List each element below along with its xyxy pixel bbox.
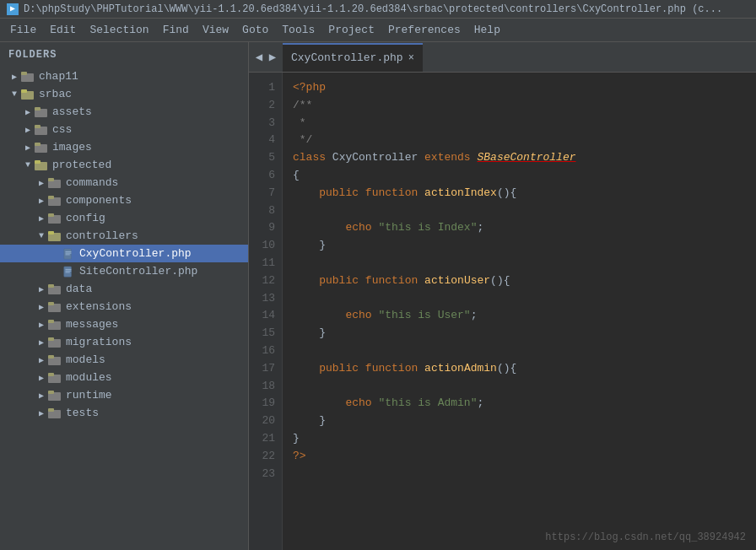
sidebar-item-protected[interactable]: ▼ protected	[0, 156, 248, 174]
tab-close-button[interactable]: ×	[408, 53, 414, 63]
tab-cxycontroller[interactable]: CxyController.php ×	[283, 43, 423, 72]
arrow-icon: ▶	[35, 319, 47, 331]
menu-selection[interactable]: Selection	[83, 20, 155, 40]
menu-view[interactable]: View	[196, 20, 235, 40]
menu-goto[interactable]: Goto	[235, 20, 275, 40]
arrow-icon: ▼	[22, 159, 34, 171]
sidebar-header: FOLDERS	[0, 42, 248, 67]
sidebar-item-modules[interactable]: ▶ modules	[0, 369, 248, 386]
nav-forward-arrow[interactable]: ▶	[266, 46, 279, 69]
arrow-icon: ▼	[8, 89, 20, 100]
sidebar-label-chap11: chap11	[39, 70, 78, 83]
folder-icon	[20, 89, 35, 100]
svg-rect-20	[64, 248, 72, 258]
nav-back-arrow[interactable]: ◀	[252, 46, 266, 69]
code-area[interactable]: 12345 678910 1112131415 1617181920 21222…	[249, 73, 756, 550]
svg-rect-1	[21, 72, 27, 75]
folder-icon	[20, 71, 35, 83]
menu-help[interactable]: Help	[467, 20, 507, 40]
sidebar-item-controllers[interactable]: ▼ controllers	[0, 227, 248, 245]
sidebar-item-runtime[interactable]: ▶ runtime	[0, 386, 248, 404]
sidebar-item-commands[interactable]: ▶ commands	[0, 174, 248, 191]
svg-rect-41	[48, 391, 54, 394]
svg-rect-33	[48, 320, 54, 323]
code-content: <?php /** * */ class CxyController exten…	[283, 73, 756, 550]
sidebar-item-models[interactable]: ▶ models	[0, 351, 248, 369]
folder-icon	[47, 372, 62, 384]
sidebar-label-protected: protected	[52, 159, 111, 171]
folder-icon	[47, 283, 62, 295]
sidebar-label-data: data	[66, 283, 92, 295]
svg-rect-43	[48, 408, 54, 412]
sidebar-item-css[interactable]: ▶ css	[0, 121, 248, 138]
sidebar-label-extensions: extensions	[66, 300, 132, 313]
sidebar-label-runtime: runtime	[66, 389, 112, 402]
editor-panel: ◀ ▶ CxyController.php × 12345 678910 111…	[249, 42, 756, 550]
arrow-icon: ▶	[22, 142, 34, 154]
sidebar-item-migrations[interactable]: ▶ migrations	[0, 333, 248, 351]
svg-rect-7	[35, 125, 40, 128]
folder-icon	[47, 195, 62, 207]
folder-icon	[47, 337, 62, 348]
svg-rect-19	[48, 231, 54, 235]
svg-rect-29	[48, 284, 54, 288]
arrow-icon: ▶	[35, 337, 47, 348]
svg-rect-13	[48, 178, 54, 181]
arrow-icon: ▶	[8, 71, 20, 83]
svg-rect-5	[35, 107, 40, 111]
tab-bar: ◀ ▶ CxyController.php ×	[249, 42, 756, 73]
sidebar-label-assets: assets	[52, 105, 92, 118]
sidebar-item-data[interactable]: ▶ data	[0, 280, 248, 298]
sidebar-item-sitecontroller[interactable]: ▶ SiteController.php	[0, 262, 248, 280]
menu-find[interactable]: Find	[156, 20, 196, 40]
svg-rect-9	[35, 143, 40, 146]
sidebar-item-images[interactable]: ▶ images	[0, 138, 248, 156]
arrow-icon: ▶	[22, 124, 34, 136]
sidebar-item-cxycontroller[interactable]: ▶ CxyController.php	[0, 245, 248, 262]
svg-rect-11	[35, 160, 40, 164]
svg-rect-17	[48, 213, 54, 217]
watermark: https://blog.csdn.net/qq_38924942	[545, 531, 746, 543]
sidebar-label-models: models	[66, 353, 105, 366]
folder-icon	[47, 230, 62, 242]
menu-preferences[interactable]: Preferences	[381, 20, 467, 40]
sidebar-item-messages[interactable]: ▶ messages	[0, 315, 248, 333]
arrow-icon: ▶	[35, 354, 47, 366]
sidebar-item-assets[interactable]: ▶ assets	[0, 103, 248, 121]
menu-tools[interactable]: Tools	[275, 20, 321, 40]
sidebar-item-srbac[interactable]: ▼ srbac	[0, 85, 248, 103]
svg-rect-15	[48, 196, 54, 199]
sidebar-item-components[interactable]: ▶ components	[0, 191, 248, 209]
menu-edit[interactable]: Edit	[43, 20, 83, 40]
sidebar-item-config[interactable]: ▶ config	[0, 209, 248, 227]
menu-file[interactable]: File	[3, 20, 43, 40]
folder-icon	[47, 319, 62, 331]
sidebar-label-migrations: migrations	[66, 336, 132, 348]
arrow-icon: ▶	[35, 301, 47, 313]
folder-icon	[34, 142, 49, 154]
arrow-icon: ▶	[35, 407, 47, 419]
title-bar: ▶ D:\phpStudy\PHPTutorial\WWW\yii-1.1.20…	[0, 0, 756, 19]
folder-icon	[34, 106, 49, 118]
main-layout: FOLDERS ▶ chap11 ▼ srbac ▶ assets	[0, 42, 756, 550]
folder-icon	[47, 301, 62, 313]
arrow-icon: ▼	[35, 230, 47, 242]
svg-rect-35	[48, 337, 54, 341]
file-icon	[61, 266, 76, 278]
menu-project[interactable]: Project	[321, 20, 381, 40]
sidebar-label-cxycontroller: CxyController.php	[79, 247, 192, 260]
sidebar-label-components: components	[66, 194, 132, 207]
sidebar-item-extensions[interactable]: ▶ extensions	[0, 298, 248, 315]
sidebar-label-messages: messages	[66, 318, 118, 331]
arrow-icon: ▶	[35, 390, 47, 402]
svg-rect-39	[48, 373, 54, 376]
svg-rect-3	[21, 89, 27, 93]
sidebar-item-chap11[interactable]: ▶ chap11	[0, 67, 248, 85]
sidebar-label-tests: tests	[66, 407, 99, 419]
sidebar-item-tests[interactable]: ▶ tests	[0, 404, 248, 422]
svg-rect-37	[48, 355, 54, 359]
sidebar: FOLDERS ▶ chap11 ▼ srbac ▶ assets	[0, 42, 249, 550]
line-numbers: 12345 678910 1112131415 1617181920 21222…	[249, 73, 283, 550]
arrow-icon: ▶	[22, 106, 34, 118]
folder-icon	[34, 124, 49, 136]
